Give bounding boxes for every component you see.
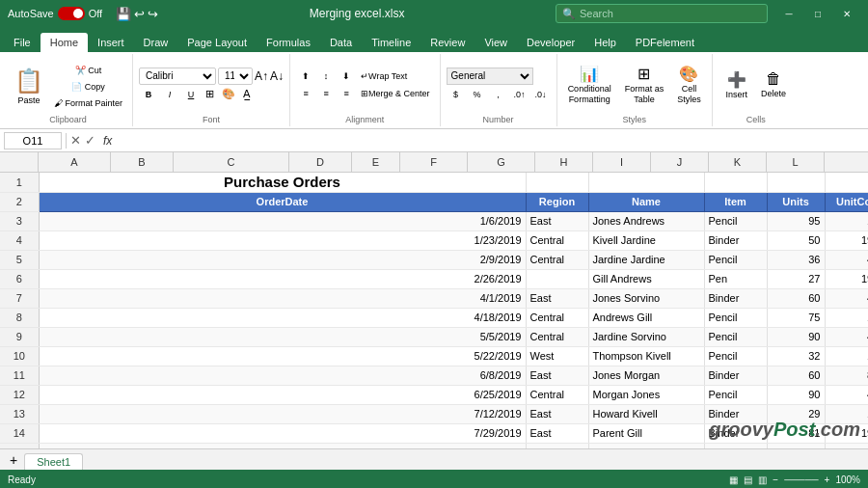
font-color-icon[interactable]: A̲: [240, 87, 254, 101]
row-number[interactable]: 5: [0, 250, 39, 269]
cell[interactable]: 19.99: [825, 230, 868, 250]
increase-decimal-button[interactable]: .0↑: [510, 87, 529, 102]
cell[interactable]: 1.99: [825, 211, 868, 230]
cell[interactable]: OrderDate: [39, 192, 526, 211]
percent-button[interactable]: %: [468, 87, 487, 102]
cell[interactable]: 4/1/2019: [39, 288, 526, 308]
cell[interactable]: 7/12/2019: [39, 404, 526, 423]
merge-center-button[interactable]: ⊞Merge & Center: [357, 86, 434, 101]
cell[interactable]: Jardine Jardine: [588, 250, 704, 269]
font-face-select[interactable]: Calibri: [139, 68, 216, 85]
cell[interactable]: Thompson Kivell: [588, 346, 704, 366]
cell[interactable]: Purchase Orders: [39, 173, 526, 192]
cell[interactable]: Kivell Jardine: [588, 230, 704, 250]
cell[interactable]: Pencil: [704, 346, 767, 366]
col-header-d[interactable]: D: [289, 152, 352, 172]
row-number[interactable]: 7: [0, 288, 39, 308]
cell[interactable]: Jones Andrews: [588, 211, 704, 230]
cell[interactable]: 95: [767, 211, 825, 230]
col-header-f[interactable]: F: [400, 152, 468, 172]
tab-formulas[interactable]: Formulas: [257, 33, 320, 52]
confirm-formula-icon[interactable]: ✓: [85, 133, 95, 148]
cell[interactable]: Binder: [704, 288, 767, 308]
cell[interactable]: 50: [767, 230, 825, 250]
cell[interactable]: 60: [767, 366, 825, 385]
save-icon[interactable]: 💾: [116, 7, 131, 21]
cell[interactable]: [825, 173, 868, 192]
cell[interactable]: Binder: [704, 423, 767, 443]
font-size-select[interactable]: 11: [218, 68, 253, 85]
cell[interactable]: 36: [767, 250, 825, 269]
tab-home[interactable]: Home: [41, 33, 88, 52]
cell[interactable]: 2/26/2019: [39, 269, 526, 288]
copy-button[interactable]: 📄 Copy: [50, 79, 126, 95]
conditional-formatting-button[interactable]: 📊 ConditionalFormatting: [563, 60, 616, 110]
cell[interactable]: 5/22/2019: [39, 346, 526, 366]
paste-button[interactable]: 📋 Paste: [10, 61, 48, 111]
cell[interactable]: Central: [526, 385, 588, 404]
cell[interactable]: East: [526, 423, 588, 443]
currency-button[interactable]: $: [447, 87, 466, 102]
cell[interactable]: 29: [767, 404, 825, 423]
col-header-e[interactable]: E: [352, 152, 400, 172]
cell[interactable]: Region: [526, 192, 588, 211]
col-header-b[interactable]: B: [111, 152, 174, 172]
row-number[interactable]: 12: [0, 385, 39, 404]
page-layout-view-icon[interactable]: ▤: [744, 474, 752, 485]
col-header-c[interactable]: C: [174, 152, 289, 172]
cell[interactable]: 6/8/2019: [39, 366, 526, 385]
cell[interactable]: 1.99: [825, 404, 868, 423]
cell[interactable]: [767, 173, 825, 192]
normal-view-icon[interactable]: ▦: [729, 474, 738, 485]
undo-icon[interactable]: ↩: [134, 7, 145, 21]
row-number[interactable]: 4: [0, 230, 39, 250]
add-sheet-button[interactable]: +: [4, 450, 23, 470]
underline-button[interactable]: U: [181, 87, 201, 102]
align-middle-button[interactable]: ↕: [316, 68, 336, 84]
cell[interactable]: 5/5/2019: [39, 327, 526, 346]
cell[interactable]: Jones Sorvino: [588, 288, 704, 308]
col-header-l[interactable]: L: [767, 152, 825, 172]
format-as-table-button[interactable]: ⊞ Format asTable: [620, 60, 669, 110]
cell[interactable]: 6/25/2019: [39, 385, 526, 404]
row-number[interactable]: 2: [0, 192, 39, 211]
cell[interactable]: Parent Gill: [588, 423, 704, 443]
cell[interactable]: Central: [526, 230, 588, 250]
tab-developer[interactable]: Developer: [517, 33, 584, 52]
cell[interactable]: Pencil: [704, 308, 767, 327]
number-format-select[interactable]: General: [447, 68, 533, 85]
cell[interactable]: 4/18/2019: [39, 308, 526, 327]
cell[interactable]: Pencil: [704, 327, 767, 346]
cell[interactable]: Central: [526, 327, 588, 346]
cell[interactable]: Gill Andrews: [588, 269, 704, 288]
col-header-g[interactable]: G: [468, 152, 535, 172]
row-number[interactable]: 8: [0, 308, 39, 327]
cell[interactable]: Morgan Jones: [588, 385, 704, 404]
cell-styles-button[interactable]: 🎨 CellStyles: [672, 60, 706, 110]
tab-data[interactable]: Data: [320, 33, 362, 52]
cell[interactable]: [588, 173, 704, 192]
cell[interactable]: 27: [767, 269, 825, 288]
cell[interactable]: Binder: [704, 230, 767, 250]
cell[interactable]: 35: [767, 443, 825, 448]
bold-button[interactable]: B: [139, 87, 158, 102]
italic-button[interactable]: I: [160, 87, 179, 102]
cell[interactable]: 32: [767, 346, 825, 366]
cell[interactable]: Jones Morgan: [588, 366, 704, 385]
sheet-tab-sheet1[interactable]: Sheet1: [24, 453, 83, 470]
page-break-view-icon[interactable]: ▥: [758, 474, 767, 485]
cell[interactable]: East: [526, 404, 588, 423]
cell[interactable]: UnitCost: [825, 192, 868, 211]
cell[interactable]: Central: [526, 250, 588, 269]
row-number[interactable]: 6: [0, 269, 39, 288]
maximize-button[interactable]: □: [804, 5, 831, 22]
decrease-decimal-button[interactable]: .0↓: [531, 87, 551, 102]
cell[interactable]: Andrews Gill: [588, 308, 704, 327]
fill-color-icon[interactable]: 🎨: [219, 87, 238, 101]
font-shrink-icon[interactable]: A↓: [270, 69, 284, 83]
tab-review[interactable]: Review: [420, 33, 475, 52]
cell[interactable]: Pen: [704, 269, 767, 288]
align-bottom-button[interactable]: ⬇: [337, 68, 356, 84]
cell[interactable]: 19.99: [825, 269, 868, 288]
cell[interactable]: East: [526, 211, 588, 230]
